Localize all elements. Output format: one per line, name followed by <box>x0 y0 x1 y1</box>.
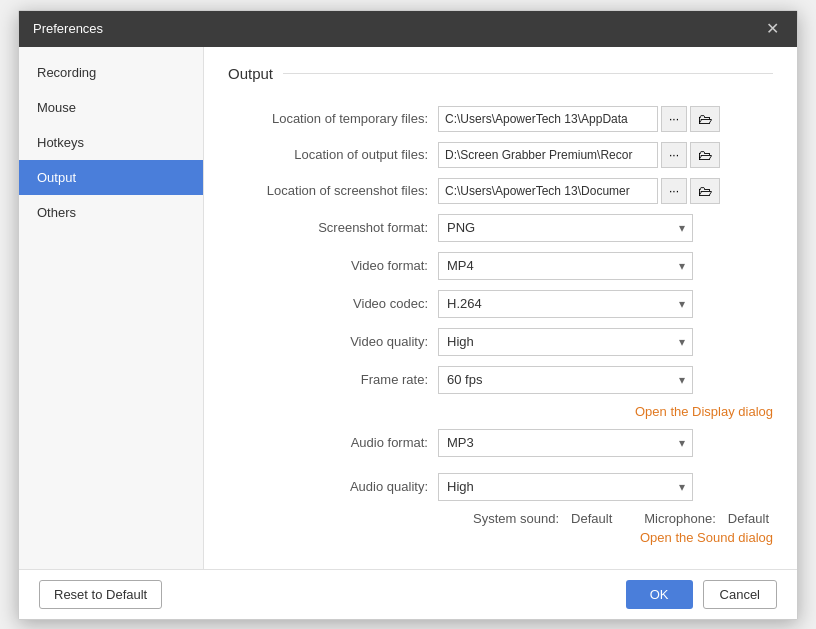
system-sound-value: Default <box>571 511 612 526</box>
temp-files-folder-button[interactable]: 🗁 <box>690 106 720 132</box>
sidebar-item-hotkeys[interactable]: Hotkeys <box>19 125 203 160</box>
dialog-footer: Reset to Default OK Cancel <box>19 569 797 619</box>
audio-quality-row: Audio quality: High Medium Low <box>228 473 773 501</box>
frame-rate-label: Frame rate: <box>228 372 438 387</box>
audio-quality-select[interactable]: High Medium Low <box>438 473 693 501</box>
screenshot-format-row: Screenshot format: PNG JPG BMP <box>228 214 773 242</box>
video-format-select[interactable]: MP4 AVI MOV WMV <box>438 252 693 280</box>
video-format-label: Video format: <box>228 258 438 273</box>
microphone-value: Default <box>728 511 769 526</box>
ok-button[interactable]: OK <box>626 580 693 609</box>
audio-quality-dropdown-wrapper: High Medium Low <box>438 473 693 501</box>
output-files-input[interactable] <box>438 142 658 168</box>
footer-right: OK Cancel <box>626 580 777 609</box>
sidebar-item-mouse[interactable]: Mouse <box>19 90 203 125</box>
screenshot-format-select[interactable]: PNG JPG BMP <box>438 214 693 242</box>
sidebar-item-output[interactable]: Output <box>19 160 203 195</box>
video-codec-row: Video codec: H.264 H.265 MPEG-4 <box>228 290 773 318</box>
title-bar: Preferences ✕ <box>19 11 797 47</box>
audio-quality-label: Audio quality: <box>228 479 438 494</box>
screenshot-format-input-group: PNG JPG BMP <box>438 214 773 242</box>
video-codec-select[interactable]: H.264 H.265 MPEG-4 <box>438 290 693 318</box>
display-dialog-row: Open the Display dialog <box>228 404 773 419</box>
close-button[interactable]: ✕ <box>762 19 783 39</box>
output-files-input-group: ··· 🗁 <box>438 142 773 168</box>
audio-quality-input-group: High Medium Low <box>438 473 773 501</box>
frame-rate-dropdown-wrapper: 60 fps 30 fps 24 fps 15 fps <box>438 366 693 394</box>
sound-dialog-row: Open the Sound dialog <box>228 530 773 545</box>
screenshot-format-label: Screenshot format: <box>228 220 438 235</box>
temp-files-dots-button[interactable]: ··· <box>661 106 687 132</box>
screenshot-files-folder-button[interactable]: 🗁 <box>690 178 720 204</box>
video-quality-dropdown-wrapper: High Medium Low <box>438 328 693 356</box>
output-files-folder-button[interactable]: 🗁 <box>690 142 720 168</box>
section-title: Output <box>228 65 773 88</box>
sound-info-row: System sound: Default Microphone: Defaul… <box>228 511 773 526</box>
video-quality-row: Video quality: High Medium Low <box>228 328 773 356</box>
sidebar-item-others[interactable]: Others <box>19 195 203 230</box>
screenshot-files-label: Location of screenshot files: <box>228 183 438 198</box>
video-format-row: Video format: MP4 AVI MOV WMV <box>228 252 773 280</box>
audio-format-select[interactable]: MP3 AAC WAV <box>438 429 693 457</box>
screenshot-files-dots-button[interactable]: ··· <box>661 178 687 204</box>
audio-format-dropdown-wrapper: MP3 AAC WAV <box>438 429 693 457</box>
temp-files-input[interactable] <box>438 106 658 132</box>
video-codec-label: Video codec: <box>228 296 438 311</box>
frame-rate-select[interactable]: 60 fps 30 fps 24 fps 15 fps <box>438 366 693 394</box>
frame-rate-input-group: 60 fps 30 fps 24 fps 15 fps <box>438 366 773 394</box>
dialog-body: Recording Mouse Hotkeys Output Others Ou… <box>19 47 797 569</box>
video-codec-input-group: H.264 H.265 MPEG-4 <box>438 290 773 318</box>
screenshot-format-dropdown-wrapper: PNG JPG BMP <box>438 214 693 242</box>
video-quality-select[interactable]: High Medium Low <box>438 328 693 356</box>
audio-format-label: Audio format: <box>228 435 438 450</box>
frame-rate-row: Frame rate: 60 fps 30 fps 24 fps 15 fps <box>228 366 773 394</box>
video-quality-input-group: High Medium Low <box>438 328 773 356</box>
screenshot-files-input[interactable] <box>438 178 658 204</box>
output-files-row: Location of output files: ··· 🗁 <box>228 142 773 168</box>
screenshot-files-row: Location of screenshot files: ··· 🗁 <box>228 178 773 204</box>
video-codec-dropdown-wrapper: H.264 H.265 MPEG-4 <box>438 290 693 318</box>
sidebar-item-recording[interactable]: Recording <box>19 55 203 90</box>
temp-files-label: Location of temporary files: <box>228 111 438 126</box>
output-files-dots-button[interactable]: ··· <box>661 142 687 168</box>
video-format-input-group: MP4 AVI MOV WMV <box>438 252 773 280</box>
content-area: Output Location of temporary files: ··· … <box>204 47 797 569</box>
audio-format-row: Audio format: MP3 AAC WAV <box>228 429 773 457</box>
screenshot-files-input-group: ··· 🗁 <box>438 178 773 204</box>
system-sound-label: System sound: <box>473 511 559 526</box>
dialog-title: Preferences <box>33 21 103 36</box>
video-format-dropdown-wrapper: MP4 AVI MOV WMV <box>438 252 693 280</box>
video-quality-label: Video quality: <box>228 334 438 349</box>
temp-files-row: Location of temporary files: ··· 🗁 <box>228 106 773 132</box>
temp-files-input-group: ··· 🗁 <box>438 106 773 132</box>
output-files-label: Location of output files: <box>228 147 438 162</box>
open-display-dialog-link[interactable]: Open the Display dialog <box>635 404 773 419</box>
microphone-label: Microphone: <box>644 511 716 526</box>
reset-to-default-button[interactable]: Reset to Default <box>39 580 162 609</box>
cancel-button[interactable]: Cancel <box>703 580 777 609</box>
audio-format-input-group: MP3 AAC WAV <box>438 429 773 457</box>
preferences-dialog: Preferences ✕ Recording Mouse Hotkeys Ou… <box>18 10 798 620</box>
open-sound-dialog-link[interactable]: Open the Sound dialog <box>640 530 773 545</box>
sidebar: Recording Mouse Hotkeys Output Others <box>19 47 204 569</box>
